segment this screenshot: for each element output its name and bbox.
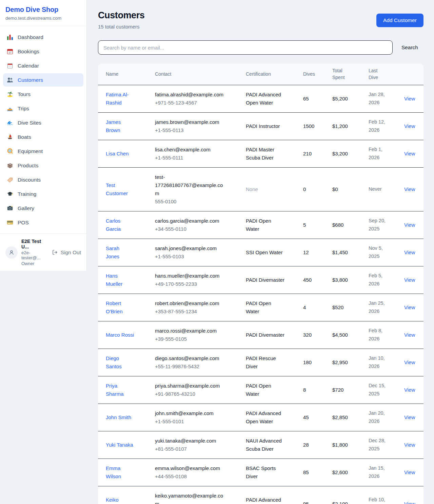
customer-dives: 12 [303,239,332,266]
table-row: Keiko Yamamoto keiko.yamamoto@example.co… [98,486,423,504]
customer-phone: +1-555-0103 [155,253,184,261]
customer-contact: carlos.garcia@example.com +34-555-0110 [155,211,246,239]
customer-phone: +49-170-555-2233 [155,280,197,288]
sidebar-item-customers[interactable]: Customers [3,73,83,87]
view-link[interactable]: View [404,413,415,422]
user-email: e2e-tester@... [21,250,48,260]
view-link[interactable]: View [404,468,415,477]
customer-email: marco.rossi@example.com [155,327,217,335]
customer-last-dive: Never [369,185,382,193]
customers-table: Name Contact Certification Dives Total S… [98,63,423,504]
calendar-date-icon: 17 [7,48,13,55]
sidebar-item-pos[interactable]: POS [3,216,83,229]
sign-out-button[interactable]: Sign Out [52,249,81,256]
customer-name-link[interactable]: Emma Wilson [106,464,134,481]
customer-contact: sarah.jones@example.com +1-555-0103 [155,239,246,266]
sidebar-item-bookings[interactable]: 17 Bookings [3,45,83,58]
sidebar-item-label: Equipment [18,148,43,154]
tag-icon [7,176,13,183]
customer-contact: emma.wilson@example.com +44-555-0108 [155,459,246,486]
customer-last-dive: Feb 1, 2026 [369,146,390,161]
view-link[interactable]: View [404,500,415,504]
sidebar-item-dive-sites[interactable]: Dive Sites [3,116,83,129]
column-header-certification: Certification [246,63,303,85]
customer-contact: john.smith@example.com +1-555-0101 [155,404,246,431]
table-row: Lisa Chen lisa.chen@example.com +1-555-0… [98,140,423,168]
sidebar-item-equipment[interactable]: Equipment [3,145,83,158]
customer-name-link[interactable]: Yuki Tanaka [106,441,133,449]
customer-name-link[interactable]: Test Customer [106,181,134,198]
sidebar-item-boats[interactable]: Boats [3,130,83,144]
sidebar-item-label: Dive Sites [18,120,41,126]
sidebar-item-gallery[interactable]: Gallery [3,202,83,215]
sidebar-item-label: Trips [18,106,29,112]
customer-phone: +1-555-0111 [155,154,183,162]
view-link[interactable]: View [404,303,415,312]
sidebar-item-trips[interactable]: Trips [3,102,83,115]
customer-total-spent: $2,600 [332,459,369,486]
view-link[interactable]: View [404,358,415,367]
customer-certification: PADI Instructor [246,122,280,130]
view-link[interactable]: View [404,150,415,158]
customer-certification: NAUI Advanced Scuba Diver [246,437,286,453]
view-link[interactable]: View [404,185,415,193]
column-header-total-spent: Total Spent [332,63,369,85]
customer-certification: PADI Open Water [246,299,286,316]
search-input[interactable] [98,40,393,55]
customer-certification: BSAC Sports Diver [246,464,286,481]
view-link[interactable]: View [404,276,415,284]
customer-name-link[interactable]: James Brown [106,118,134,134]
view-link[interactable]: View [404,95,415,103]
sidebar-item-tours[interactable]: Tours [3,88,83,101]
view-link[interactable]: View [404,386,415,394]
view-link[interactable]: View [404,122,415,130]
customer-email: lisa.chen@example.com [155,146,211,154]
customer-name-link[interactable]: John Smith [106,413,131,422]
sidebar-item-label: Boats [18,134,31,140]
view-link[interactable]: View [404,248,415,257]
customer-certification: PADI Divemaster [246,331,284,339]
customer-dives: 1500 [303,113,332,140]
wave-icon [7,119,13,126]
sidebar-item-label: Calendar [18,63,39,69]
customer-dives: 8 [303,376,332,404]
customer-name-link[interactable]: Keiko Yamamoto [106,496,134,504]
customer-contact: priya.sharma@example.com +91-98765-43210 [155,376,246,404]
customer-name-link[interactable]: Fatima Al-Rashid [106,91,134,107]
view-link[interactable]: View [404,221,415,229]
sidebar-item-discounts[interactable]: Discounts [3,173,83,186]
search-button[interactable]: Search [396,44,423,51]
customer-certification: None [246,185,258,193]
customer-contact: keiko.yamamoto@example.com +81-90-1234-5… [155,486,246,504]
customer-name-link[interactable]: Diego Santos [106,354,134,371]
user-name: E2E Test U... [21,239,48,249]
customer-total-spent: $3,800 [332,266,369,294]
customer-last-dive: Jan 10, 2026 [369,354,390,370]
customer-name-link[interactable]: Priya Sharma [106,382,134,398]
customer-phone: +55-11-99876-5432 [155,362,199,371]
customer-email: diego.santos@example.com [155,354,219,362]
customer-dives: 450 [303,266,332,294]
customer-certification: PADI Advanced Open Water [246,409,286,426]
customer-name-link[interactable]: Lisa Chen [106,150,129,158]
sidebar-item-products[interactable]: Products [3,159,83,172]
customer-email: hans.mueller@example.com [155,272,219,280]
view-link[interactable]: View [404,331,415,339]
sidebar-item-training[interactable]: Training [3,187,83,201]
customer-name-link[interactable]: Marco Rossi [106,331,134,339]
customer-name-link[interactable]: Carlos Garcia [106,217,134,233]
customer-contact: fatima.alrashid@example.com +971-55-123-… [155,85,246,112]
view-link[interactable]: View [404,441,415,449]
customer-name-link[interactable]: Sarah Jones [106,244,134,261]
add-customer-button[interactable]: Add Customer [376,14,423,27]
sidebar-item-label: Gallery [18,205,34,211]
customer-last-dive: Jan 25, 2026 [369,299,390,315]
sidebar-item-calendar[interactable]: Calendar [3,59,83,72]
sidebar-item-label: Training [18,191,36,197]
camera-icon [7,205,13,211]
sidebar-item-dashboard[interactable]: Dashboard [3,31,83,44]
customer-name-link[interactable]: Robert O'Brien [106,299,134,316]
customer-certification: PADI Master Scuba Diver [246,146,286,162]
people-icon [7,77,13,83]
customer-name-link[interactable]: Hans Mueller [106,272,134,288]
